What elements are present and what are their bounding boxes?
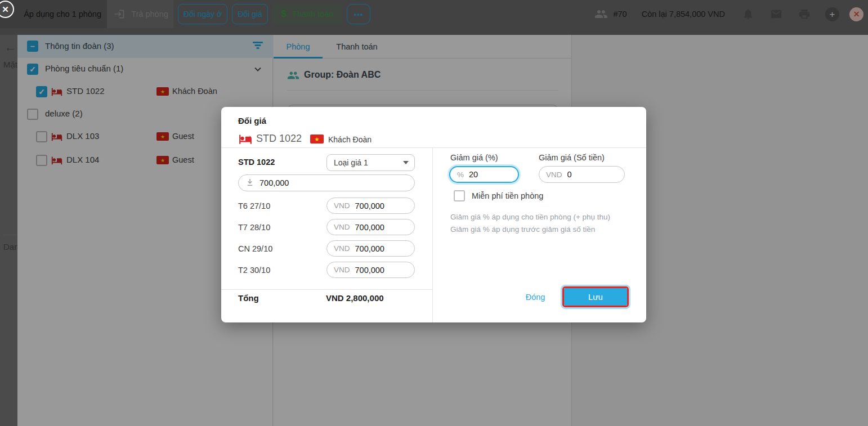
apply-all-price-input[interactable]: [259, 178, 408, 187]
close-dialog-button[interactable]: Đóng: [520, 293, 551, 302]
divider: [221, 147, 646, 148]
apply-down-icon: [245, 178, 254, 189]
rate-room-label: STD 1022: [238, 158, 275, 167]
currency-prefix: VND: [334, 223, 350, 231]
date-label: T6 27/10: [238, 201, 270, 210]
dialog-guest-name: Khách Đoàn: [328, 135, 372, 144]
divider: [432, 147, 433, 322]
date-price-input[interactable]: [355, 266, 408, 275]
free-room-label: Miễn phí tiền phòng: [472, 191, 543, 200]
total-value: VND 2,800,000: [326, 293, 384, 303]
change-price-dialog: Đổi giá STD 1022 ★ Khách Đoàn STD 1022 L…: [221, 107, 646, 322]
apply-all-price-field[interactable]: [238, 174, 415, 191]
date-price-input[interactable]: [355, 201, 408, 210]
date-price-field[interactable]: VND: [326, 240, 415, 257]
currency-prefix: VND: [546, 171, 562, 179]
discount-percent-field[interactable]: %: [449, 166, 519, 183]
currency-prefix: VND: [334, 201, 350, 210]
date-label: T7 28/10: [238, 223, 270, 232]
save-button[interactable]: Lưu: [564, 288, 627, 306]
dialog-title: Đổi giá: [238, 116, 266, 125]
discount-amount-field[interactable]: VND: [539, 166, 625, 183]
date-price-field[interactable]: VND: [326, 219, 415, 235]
bed-icon: [238, 132, 253, 146]
discount-percent-label: Giảm giá (%): [450, 153, 498, 162]
currency-prefix: VND: [334, 266, 350, 274]
app-screen: Áp dụng cho 1 phòng Trả phòng Đổi ngày ở…: [0, 0, 868, 426]
dialog-room-name: STD 1022: [256, 133, 302, 145]
currency-prefix: VND: [334, 244, 350, 253]
date-label: CN 29/10: [238, 244, 272, 253]
date-price-field[interactable]: VND: [326, 198, 415, 214]
percent-prefix: %: [457, 171, 464, 179]
save-button-annotation: Lưu: [562, 286, 629, 307]
vietnam-flag-icon: ★: [310, 134, 324, 144]
discount-amount-input[interactable]: [567, 170, 618, 179]
discount-note-2: Giảm giá % áp dụng trước giảm giá số tiề…: [450, 225, 639, 234]
discount-amount-label: Giảm giá (Số tiền): [539, 153, 605, 162]
rate-type-value: Loại giá 1: [334, 158, 368, 167]
discount-percent-input[interactable]: [469, 170, 511, 179]
date-label: T2 30/10: [238, 266, 270, 275]
date-price-field[interactable]: VND: [326, 262, 415, 278]
free-room-checkbox[interactable]: [454, 190, 465, 201]
caret-down-icon: [403, 161, 409, 164]
rate-type-select[interactable]: Loại giá 1: [326, 154, 415, 171]
discount-note-1: Giảm giá % áp dụng cho tiền phòng (+ phụ…: [450, 213, 639, 221]
date-price-input[interactable]: [355, 223, 408, 232]
total-label: Tổng: [238, 293, 259, 303]
divider: [221, 289, 432, 290]
date-price-input[interactable]: [355, 244, 408, 253]
